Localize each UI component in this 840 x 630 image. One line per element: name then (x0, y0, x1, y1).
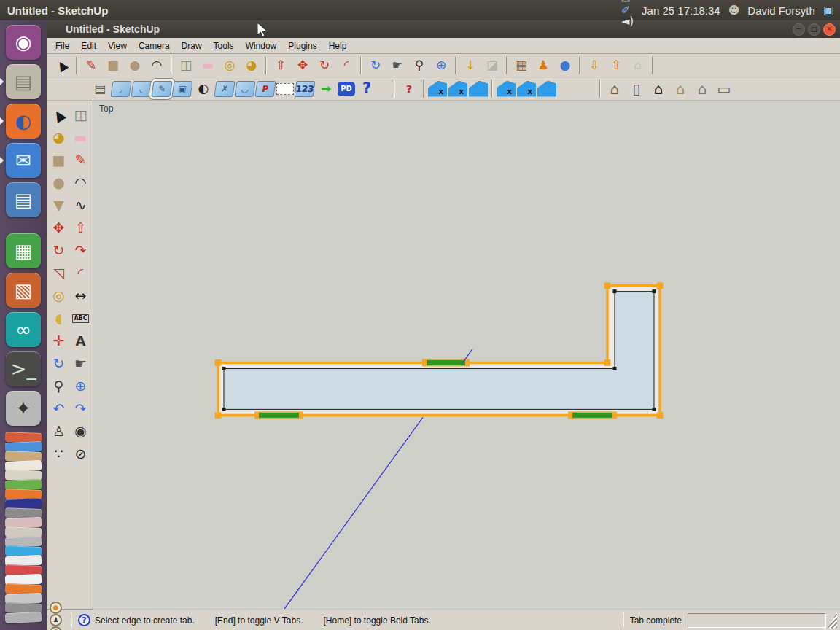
palette-push-pull-icon[interactable]: ⇧ (70, 217, 92, 239)
menu-item[interactable]: Plugins (282, 39, 322, 52)
vertex-handle[interactable] (657, 412, 664, 419)
resize-grip[interactable] (828, 612, 837, 629)
tab-mark[interactable] (259, 413, 299, 418)
session-user[interactable]: David Forsyth (747, 4, 815, 17)
walkthrough-figure-icon[interactable]: ♟ (533, 56, 553, 75)
clock[interactable]: Jan 25 17:18:34 (642, 4, 720, 17)
toggle-terrain-icon[interactable]: ◪ (482, 56, 502, 75)
menu-item[interactable]: Draw (176, 39, 208, 52)
view-back-icon[interactable]: ⌂ (670, 79, 691, 98)
export-arrow-icon[interactable]: ➡ (316, 79, 336, 98)
tab-mark[interactable] (427, 360, 465, 365)
palette-circle-icon[interactable]: ● (48, 171, 70, 194)
palette-paint-bucket-icon[interactable]: ◕ (48, 126, 70, 149)
palette-freehand-icon[interactable]: ∿ (70, 194, 92, 217)
palette-position-camera-icon[interactable]: ♙ (48, 420, 70, 443)
speaker-icon[interactable]: ◄) (621, 16, 634, 27)
arduino-icon[interactable]: ∞ (6, 312, 41, 347)
menu-item[interactable]: Camera (133, 39, 176, 52)
add-location-icon[interactable]: ↓ (460, 56, 481, 75)
libreoffice-impress-icon[interactable]: ▧ (6, 273, 41, 308)
slab-needle-icon[interactable]: ✗ (214, 81, 235, 97)
palette-eraser-icon[interactable]: ▬ (70, 126, 92, 149)
vertex-point[interactable] (613, 367, 617, 370)
circle-tool-icon[interactable]: ● (125, 56, 145, 75)
palette-look-around-icon[interactable]: ◉ (70, 420, 92, 443)
menu-item[interactable]: File (50, 39, 75, 52)
menu-item[interactable]: Edit (75, 39, 102, 52)
origin-icon[interactable]: ◐ (193, 79, 214, 98)
palette-section-plane-icon[interactable]: ⊘ (70, 443, 92, 465)
question-icon[interactable]: ? (357, 79, 377, 98)
trash-icon[interactable] (5, 612, 42, 623)
screwdriver-help-icon[interactable]: ? (399, 79, 419, 98)
palette-offset-icon[interactable]: ◜ (70, 262, 92, 284)
zoom-icon[interactable]: ⚲ (409, 56, 429, 75)
vertex-handle[interactable] (215, 412, 222, 419)
slab-pencil-icon[interactable]: ✎ (151, 81, 172, 97)
palette-select-icon[interactable]: ▲ (48, 104, 70, 126)
vertex-handle[interactable] (657, 282, 664, 289)
credit-person-icon[interactable]: ♟ (50, 614, 62, 626)
folder-icon[interactable]: ▤ (90, 79, 110, 98)
vertex-point[interactable] (653, 289, 656, 293)
view-iso-icon[interactable]: ⌂ (604, 79, 625, 98)
view-left-icon[interactable]: ⌂ (692, 79, 712, 98)
offset-icon[interactable]: ◜ (336, 56, 357, 75)
marquee-icon[interactable] (276, 83, 294, 95)
terminal-icon[interactable]: >_ (6, 351, 41, 386)
slab-icon-1[interactable]: ◞ (110, 81, 131, 97)
palette-axes-icon[interactable]: ✛ (48, 330, 70, 352)
numbers-icon[interactable]: 123 (294, 81, 315, 97)
palette-tape-measure-icon[interactable]: ◎ (48, 284, 70, 307)
palette-polygon-icon[interactable]: ▼ (48, 194, 70, 217)
slab-book-icon[interactable]: ▣ (171, 81, 192, 97)
libreoffice-writer-icon[interactable]: ▤ (6, 182, 41, 217)
zoom-extents-icon[interactable]: ⊕ (431, 56, 451, 75)
thunderbird-icon[interactable]: ✉ (6, 143, 41, 178)
help-icon[interactable]: ? (78, 614, 90, 626)
credit-g-icon[interactable]: G (50, 626, 62, 630)
model-face[interactable] (224, 292, 654, 410)
palette-zoom-extents-icon[interactable]: ⊕ (70, 375, 92, 397)
photo-textures-icon[interactable]: ▦ (511, 56, 532, 75)
rotate-icon[interactable]: ↻ (314, 56, 335, 75)
files-icon[interactable]: ▤ (6, 64, 41, 99)
palette-zoom-previous-icon[interactable]: ↶ (48, 397, 70, 420)
menu-item[interactable]: View (102, 39, 133, 52)
tape-measure-icon[interactable]: ◎ (219, 56, 240, 75)
libreoffice-calc-icon[interactable]: ▦ (6, 233, 41, 268)
vertex-point[interactable] (222, 367, 226, 370)
slab-pdf-icon[interactable]: P (254, 81, 276, 97)
share-models-icon[interactable]: ⇧ (606, 56, 626, 75)
slab-icon-2[interactable]: ◟ (131, 81, 152, 97)
tab-plain-icon[interactable] (469, 81, 488, 97)
firefox-icon[interactable]: ◐ (6, 104, 41, 139)
menu-item[interactable]: Window (240, 39, 283, 52)
dash-home-icon[interactable]: ◉ (6, 25, 41, 60)
palette-pan-icon[interactable]: ☛ (70, 352, 92, 375)
model-view[interactable] (93, 101, 840, 610)
arc-tool-icon[interactable]: ◠ (147, 56, 167, 75)
drawing-canvas[interactable]: Top (93, 101, 840, 610)
tab-x-icon-3[interactable]: x (497, 81, 516, 97)
vertex-point[interactable] (222, 408, 226, 411)
menu-item[interactable]: Tools (208, 39, 240, 52)
palette-make-component-icon[interactable]: ◫ (70, 104, 92, 126)
palette-follow-me-icon[interactable]: ↷ (70, 239, 92, 262)
palette-orbit-icon[interactable]: ↻ (48, 352, 70, 375)
tab-mark[interactable] (572, 413, 612, 418)
palette-move-icon[interactable]: ✥ (48, 217, 70, 239)
moth-app-icon[interactable]: ✦ (6, 391, 41, 426)
palette-scale-icon[interactable]: ◹ (48, 262, 70, 284)
paint-bucket-icon[interactable]: ◕ (241, 56, 262, 75)
google-earth-icon[interactable]: ● (555, 56, 575, 75)
palette-rectangle-icon[interactable]: ■ (48, 149, 70, 171)
palette-walk-icon[interactable]: ∵ (48, 443, 70, 465)
rectangle-tool-icon[interactable]: ■ (103, 56, 123, 75)
vertex-point[interactable] (653, 408, 656, 411)
view-top-icon[interactable]: ▭ (714, 79, 734, 98)
palette-arc-icon[interactable]: ◠ (70, 171, 92, 194)
tab-x-icon-2[interactable]: x (448, 81, 467, 97)
view-right-icon[interactable]: ▯ (626, 79, 647, 98)
